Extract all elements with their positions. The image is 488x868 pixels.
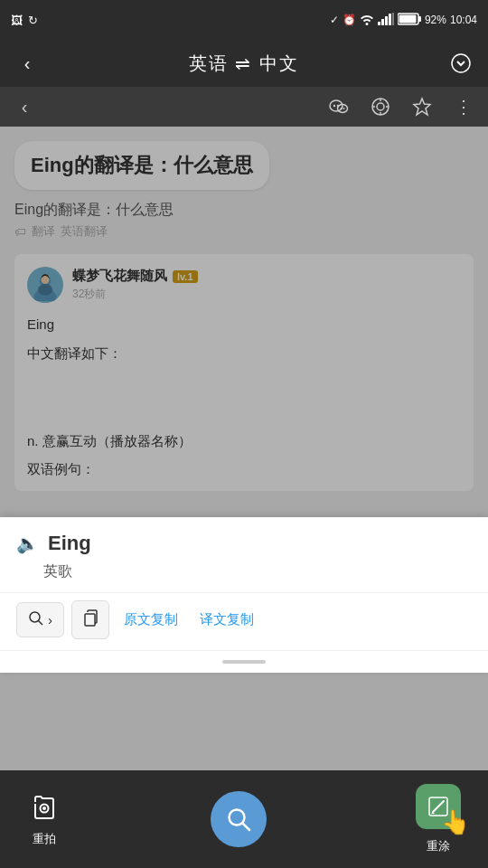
back-secondary-icon[interactable]: ‹ bbox=[11, 93, 38, 120]
original-copy-button[interactable]: 原文复制 bbox=[117, 604, 185, 636]
svg-rect-4 bbox=[392, 13, 394, 25]
alarm-icon: ⏰ bbox=[343, 14, 356, 26]
nav-title: 英语 ⇌ 中文 bbox=[43, 52, 445, 76]
svg-rect-2 bbox=[385, 16, 388, 25]
svg-rect-29 bbox=[85, 614, 95, 626]
svg-rect-3 bbox=[389, 14, 391, 25]
redraw-label: 重涂 bbox=[427, 838, 450, 854]
signal-icon bbox=[378, 13, 394, 28]
search-circle-button[interactable] bbox=[211, 791, 267, 847]
popup-search-button[interactable]: › bbox=[16, 602, 64, 637]
svg-line-28 bbox=[39, 621, 43, 626]
svg-rect-6 bbox=[418, 16, 421, 22]
popup-word-row: 🔈 Eing bbox=[0, 517, 488, 562]
back-button[interactable]: ‹ bbox=[11, 47, 43, 80]
more-options-icon[interactable]: ⋮ bbox=[450, 93, 477, 120]
battery-icon bbox=[398, 13, 421, 28]
retake-label: 重拍 bbox=[33, 831, 56, 847]
bottom-toolbar: 重拍 👆 重涂 bbox=[0, 770, 488, 868]
svg-point-9 bbox=[330, 100, 343, 111]
bluetooth-icon: ✓ bbox=[330, 14, 339, 26]
popup-handle bbox=[0, 650, 488, 673]
status-bar: 🖼 ↻ ✓ ⏰ 92% 10:04 bbox=[0, 0, 488, 40]
popup-actions: › 原文复制 译文复制 bbox=[0, 592, 488, 650]
main-content: Eing的翻译是：什么意思 Eing的翻译是：什么意思 🏷 翻译 英语翻译 bbox=[0, 127, 488, 770]
search-arrow-icon: › bbox=[48, 612, 52, 627]
svg-marker-21 bbox=[414, 99, 430, 115]
popup-panel: 🔈 Eing 英歌 › 原文复制 译文复制 bbox=[0, 517, 488, 673]
more-button[interactable] bbox=[445, 47, 477, 80]
content-overlay bbox=[0, 127, 488, 770]
redraw-button[interactable]: 👆 重涂 bbox=[416, 784, 461, 854]
wechat-icon[interactable] bbox=[325, 93, 352, 120]
battery-percentage: 92% bbox=[425, 14, 446, 26]
svg-point-31 bbox=[42, 807, 46, 810]
translate-copy-button[interactable]: 译文复制 bbox=[192, 604, 261, 636]
copy-icon bbox=[81, 609, 99, 631]
popup-translation: 英歌 bbox=[0, 562, 488, 592]
svg-line-33 bbox=[243, 824, 250, 831]
clock-time: 10:04 bbox=[450, 14, 477, 26]
photo-status-icon: 🖼 bbox=[11, 14, 23, 27]
screenshot-icon[interactable] bbox=[367, 93, 394, 120]
svg-point-13 bbox=[341, 108, 343, 109]
star-icon[interactable] bbox=[408, 93, 436, 120]
svg-point-16 bbox=[377, 103, 384, 110]
nav-bar: ‹ 英语 ⇌ 中文 bbox=[0, 40, 488, 87]
status-right-icons: ✓ ⏰ 92% 10:04 bbox=[330, 13, 477, 28]
rotate-status-icon: ↻ bbox=[28, 14, 38, 27]
retake-button[interactable]: 重拍 bbox=[27, 791, 61, 847]
search-small-icon bbox=[28, 610, 44, 629]
svg-rect-0 bbox=[378, 22, 380, 25]
svg-point-8 bbox=[452, 54, 470, 72]
popup-copy-button[interactable] bbox=[71, 600, 109, 639]
svg-point-27 bbox=[30, 612, 40, 622]
speaker-icon[interactable]: 🔈 bbox=[16, 533, 39, 554]
svg-point-10 bbox=[333, 105, 335, 107]
svg-point-14 bbox=[343, 108, 345, 109]
retake-icon bbox=[27, 791, 61, 826]
secondary-nav: ‹ ⋮ bbox=[0, 87, 488, 127]
wifi-icon bbox=[360, 13, 374, 28]
popup-word: Eing bbox=[48, 532, 91, 555]
status-left-icons: 🖼 ↻ bbox=[11, 14, 38, 27]
svg-rect-1 bbox=[381, 19, 384, 25]
handle-bar bbox=[222, 660, 266, 664]
svg-rect-7 bbox=[399, 14, 416, 23]
